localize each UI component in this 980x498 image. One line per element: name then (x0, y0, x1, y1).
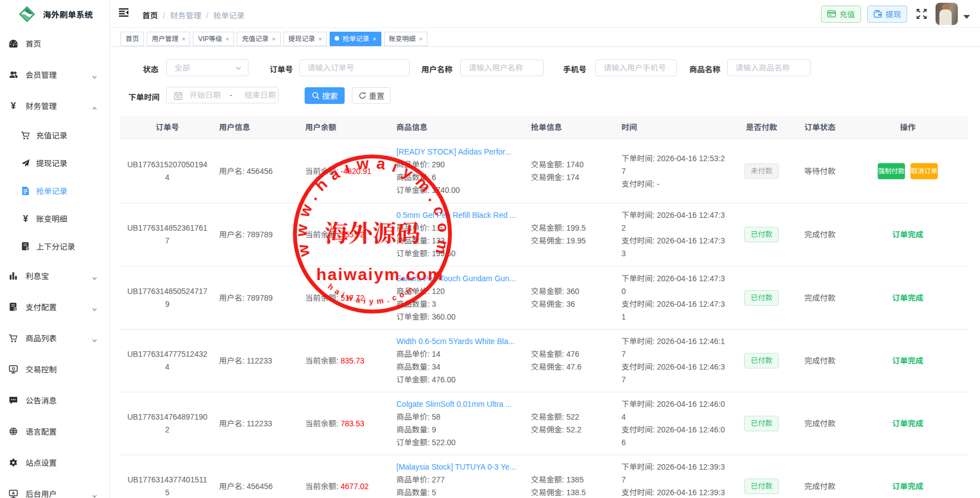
svg-text:¥: ¥ (11, 101, 16, 111)
svg-text:¥: ¥ (23, 214, 28, 223)
svg-text:海外源码: 海外源码 (325, 221, 420, 247)
svg-text:haiwaiym.com: haiwaiym.com (316, 265, 444, 283)
svg-text:haiwaiym.com: haiwaiym.com (326, 282, 418, 306)
